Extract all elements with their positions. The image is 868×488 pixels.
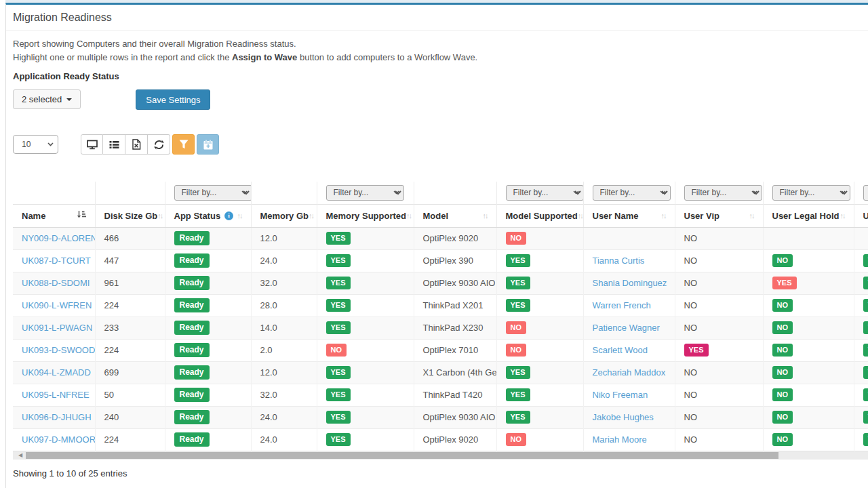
- cell-memory: 2.0: [251, 339, 317, 361]
- cell-disk: 224: [95, 294, 165, 317]
- cell-memory: 24.0: [251, 428, 317, 451]
- name-link[interactable]: UK095-L-NFREE: [22, 390, 90, 400]
- column-header-model[interactable]: Model↑↓: [414, 204, 496, 227]
- cell-text: 24.0: [260, 256, 277, 266]
- user_name-link[interactable]: Patience Wagner: [593, 323, 660, 333]
- desktop-view-button[interactable]: [81, 134, 103, 155]
- table-row[interactable]: UK095-L-NFREE50Ready32.0YESThinkPad T420…: [13, 384, 868, 406]
- name-link[interactable]: UK090-L-WFREN: [22, 300, 92, 310]
- scroll-left-arrow-icon[interactable]: ◀: [16, 451, 25, 460]
- table-row[interactable]: UK088-D-SDOMI961Ready32.0YESOptiPlex 903…: [13, 272, 868, 294]
- header-row: NameDisk Size Gb↑↓App Statusi↑↓Memory Gb…: [13, 204, 868, 227]
- column-header-app_status[interactable]: App Statusi↑↓: [165, 204, 251, 227]
- user_name-link[interactable]: Niko Freeman: [593, 390, 648, 400]
- refresh-button[interactable]: [148, 134, 170, 155]
- name-link[interactable]: UK091-L-PWAGN: [22, 323, 92, 333]
- column-header-name[interactable]: Name: [13, 204, 95, 227]
- status-badge: Ready: [174, 432, 210, 447]
- user_name-link[interactable]: Jakobe Hughes: [593, 412, 654, 422]
- page-size-select[interactable]: 10: [13, 135, 58, 154]
- filter-select-user_legal_hold[interactable]: Filter by...: [772, 185, 850, 201]
- vip-text: NO: [684, 390, 698, 400]
- user_name-link[interactable]: Shania Dominguez: [593, 278, 667, 288]
- column-header-memory[interactable]: Memory Gb↑↓: [251, 204, 317, 227]
- cell-app_status: Ready: [165, 406, 251, 428]
- name-link[interactable]: UK097-D-MMOOR: [22, 434, 95, 445]
- list-view-button[interactable]: [103, 134, 125, 155]
- name-link[interactable]: UK087-D-TCURT: [22, 256, 91, 266]
- sort-both-icon: ↑↓: [406, 211, 411, 220]
- sort-both-icon: ↑↓: [157, 211, 162, 220]
- user_name-link[interactable]: Zechariah Maddox: [593, 367, 666, 378]
- user_name-link[interactable]: Tianna Curtis: [593, 256, 645, 266]
- column-header-user_name[interactable]: User Name↑↓: [583, 204, 675, 227]
- cell-memory: 24.0: [251, 249, 317, 272]
- cell-memory_supported: YES: [317, 428, 414, 451]
- excel-export-button[interactable]: [125, 134, 148, 155]
- filter-select-user_supported[interactable]: Filter by...: [863, 185, 868, 201]
- table-toolbar: 10: [13, 134, 868, 155]
- cell-app_status: Ready: [165, 428, 251, 451]
- cell-user_legal_hold: NO: [763, 361, 854, 384]
- column-header-user_supported[interactable]: User Supported↑↓: [854, 204, 868, 227]
- table-row[interactable]: UK094-L-ZMADD699Ready12.0YESX1 Carbon (4…: [13, 361, 868, 384]
- cell-text: 24.0: [260, 434, 277, 445]
- scrollbar-thumb[interactable]: [26, 452, 778, 459]
- yes-no-badge: YES: [863, 277, 868, 289]
- filter-cell-disk: [95, 182, 165, 204]
- yes-no-badge: YES: [326, 388, 351, 401]
- yes-no-badge: YES: [506, 299, 530, 311]
- cell-user_name: [583, 227, 675, 249]
- cell-user_vip: NO: [675, 317, 763, 339]
- user_name-link[interactable]: Scarlett Wood: [593, 345, 648, 355]
- cell-app_status: Ready: [165, 294, 251, 317]
- column-header-model_supported[interactable]: Model Supported↑↓: [496, 204, 583, 227]
- column-header-user_vip[interactable]: User Vip↑↓: [675, 204, 763, 227]
- cell-memory: 32.0: [251, 384, 317, 406]
- app-ready-status-multiselect[interactable]: 2 selected: [13, 89, 81, 109]
- filter-toggle-button[interactable]: [172, 134, 195, 155]
- table-row[interactable]: UK091-L-PWAGN233Ready14.0YESThinkPad X23…: [13, 317, 868, 339]
- cell-disk: 224: [95, 428, 165, 451]
- user_name-link[interactable]: Warren French: [593, 300, 651, 310]
- table-row[interactable]: NY009-D-ALORENT466Ready12.0YESOptiPlex 9…: [13, 227, 868, 249]
- calendar-add-button[interactable]: [197, 134, 219, 155]
- yes-no-badge: YES: [326, 277, 351, 289]
- name-link[interactable]: NY009-D-ALORENT: [22, 233, 95, 243]
- table-row[interactable]: UK096-D-JHUGH240Ready24.0YESOptiPlex 903…: [13, 406, 868, 428]
- save-settings-button[interactable]: Save Settings: [136, 89, 210, 110]
- cell-text: 28.0: [260, 300, 277, 310]
- table-row[interactable]: UK087-D-TCURT447Ready24.0YESOptiPlex 390…: [13, 249, 868, 272]
- cell-memory_supported: YES: [317, 249, 414, 272]
- info-icon[interactable]: i: [224, 211, 233, 220]
- cell-text: ThinkPad X230: [423, 323, 484, 333]
- caret-down-icon: [66, 98, 72, 101]
- table-row[interactable]: UK093-D-SWOOD224Ready2.0NOOptiPlex 7010N…: [13, 339, 868, 361]
- column-header-memory_supported[interactable]: Memory Supported↑↓: [317, 204, 414, 227]
- column-header-disk[interactable]: Disk Size Gb↑↓: [95, 204, 165, 227]
- filter-select-memory_supported[interactable]: Filter by...: [326, 185, 404, 201]
- cell-user_name: Tianna Curtis: [583, 249, 675, 272]
- cell-user_vip: NO: [675, 428, 763, 451]
- name-link[interactable]: UK093-D-SWOOD: [22, 345, 95, 355]
- cell-name: NY009-D-ALORENT: [13, 227, 95, 249]
- filter-cell-app_status: Filter by...: [165, 182, 251, 204]
- cell-user_supported: YES: [854, 361, 868, 384]
- refresh-icon: [154, 140, 164, 150]
- filter-select-user_vip[interactable]: Filter by...: [684, 185, 762, 201]
- column-header-user_legal_hold[interactable]: User Legal Hold↑↓: [763, 204, 854, 227]
- user_name-link[interactable]: Mariah Moore: [593, 434, 647, 445]
- vip-text: NO: [684, 233, 698, 243]
- table-row[interactable]: UK097-D-MMOOR224Ready24.0YESOptiPlex 902…: [13, 428, 868, 451]
- name-link[interactable]: UK088-D-SDOMI: [22, 278, 90, 288]
- name-link[interactable]: UK096-D-JHUGH: [22, 412, 92, 422]
- filter-select-model_supported[interactable]: Filter by...: [506, 185, 584, 201]
- horizontal-scrollbar[interactable]: ◀: [13, 451, 868, 460]
- filter-select-app_status[interactable]: Filter by...: [174, 185, 252, 201]
- cell-name: UK090-L-WFREN: [13, 294, 95, 317]
- filter-row: Filter by...Filter by...Filter by...Filt…: [13, 182, 868, 204]
- name-link[interactable]: UK094-L-ZMADD: [22, 367, 91, 378]
- table-row[interactable]: UK090-L-WFREN224Ready28.0YESThinkPad X20…: [13, 294, 868, 317]
- filter-select-user_name[interactable]: Filter by...: [593, 185, 671, 201]
- cell-name: UK088-D-SDOMI: [13, 272, 95, 294]
